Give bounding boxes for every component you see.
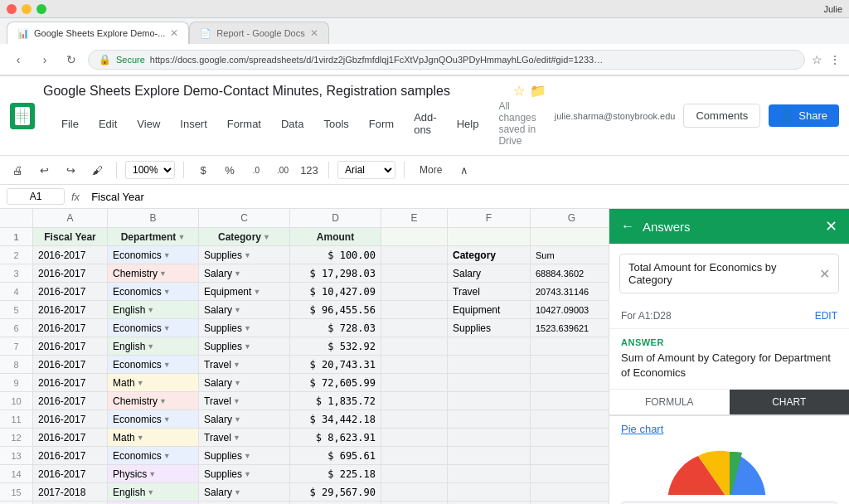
star-icon[interactable]: ☆ (513, 83, 525, 99)
cell-amount[interactable]: $ 1,835.72 (290, 392, 381, 410)
cell-amount[interactable]: $ 72,605.99 (290, 374, 381, 391)
cell-fiscal-year[interactable]: 2016-2017 (33, 356, 108, 373)
cell-category[interactable]: Salary▼ (199, 264, 290, 282)
print-button[interactable]: 🖨 (7, 159, 28, 181)
zoom-select[interactable]: 100% (125, 161, 175, 179)
redo-button[interactable]: ↪ (60, 159, 81, 181)
cell-amount[interactable]: $ 100.00 (290, 246, 381, 264)
cell-category[interactable]: Salary▼ (199, 483, 290, 501)
formula-input[interactable] (86, 189, 842, 205)
cell-fiscal-year[interactable]: 2016-2017 (33, 246, 108, 264)
cell-1d[interactable]: Amount (290, 228, 381, 245)
close-btn[interactable] (7, 4, 17, 14)
cell-amount[interactable]: $ 10,427.09 (290, 283, 381, 300)
cell-reference[interactable] (7, 188, 65, 205)
maximize-btn[interactable] (36, 4, 46, 14)
address-bar[interactable]: 🔒 Secure https://docs.google.com/spreads… (88, 50, 805, 70)
undo-button[interactable]: ↩ (33, 159, 55, 181)
bookmark-icon[interactable]: ☆ (812, 53, 822, 66)
cell-department[interactable]: Math▼ (108, 374, 199, 391)
minimize-btn[interactable] (22, 4, 32, 14)
cell-amount[interactable]: $ 17,298.03 (290, 264, 381, 282)
cell-category[interactable]: Salary▼ (199, 374, 290, 391)
cell-fiscal-year[interactable]: 2016-2017 (33, 374, 108, 391)
format-num-button[interactable]: 123 (298, 159, 320, 181)
menu-help[interactable]: Help (449, 114, 488, 133)
cell-fiscal-year[interactable]: 2017-2018 (33, 483, 108, 501)
tab-docs[interactable]: 📄 Report - Google Docs ✕ (189, 22, 328, 44)
reload-button[interactable]: ↻ (61, 50, 81, 70)
cell-amount[interactable]: $ 225.18 (290, 465, 381, 482)
edit-link[interactable]: EDIT (815, 310, 837, 322)
chart-tab[interactable]: CHART (730, 390, 850, 414)
currency-button[interactable]: $ (192, 159, 214, 181)
cell-amount[interactable]: $ 29,567.90 (290, 483, 381, 501)
cell-amount[interactable]: $ 728.03 (290, 319, 381, 337)
cell-amount[interactable]: $ 20,743.31 (290, 356, 381, 373)
cell-fiscal-year[interactable]: 2016-2017 (33, 429, 108, 446)
cell-department[interactable]: English▼ (108, 483, 199, 501)
cell-category[interactable]: Salary▼ (199, 301, 290, 318)
cell-category[interactable]: Travel▼ (199, 356, 290, 373)
formula-tab[interactable]: FORMULA (609, 390, 730, 414)
cell-department[interactable]: Economics▼ (108, 246, 199, 264)
cell-amount[interactable]: $ 695.61 (290, 447, 381, 464)
cell-fiscal-year[interactable]: 2016-2017 (33, 264, 108, 282)
menu-file[interactable]: File (53, 114, 87, 133)
settings-icon[interactable]: ⋮ (829, 53, 841, 66)
panel-back-button[interactable]: ← (621, 219, 634, 234)
pie-chart-link[interactable]: Pie chart (621, 423, 837, 435)
cell-amount[interactable]: $ 34,442.18 (290, 410, 381, 428)
cell-1a[interactable]: Fiscal Year (33, 228, 108, 245)
cell-department[interactable]: Physics▼ (108, 465, 199, 482)
query-clear-button[interactable]: ✕ (819, 266, 830, 282)
cell-department[interactable]: English▼ (108, 337, 199, 355)
decrease-decimal-button[interactable]: .0 (245, 159, 267, 181)
cell-fiscal-year[interactable]: 2016-2017 (33, 319, 108, 337)
cell-category[interactable]: Travel▼ (199, 429, 290, 446)
cell-category[interactable]: Supplies▼ (199, 447, 290, 464)
menu-data[interactable]: Data (273, 114, 312, 133)
cell-department[interactable]: Economics▼ (108, 447, 199, 464)
menu-form[interactable]: Form (361, 114, 402, 133)
cell-category[interactable]: Supplies▼ (199, 246, 290, 264)
cell-department[interactable]: Math▼ (108, 429, 199, 446)
paint-format-button[interactable]: 🖌 (86, 159, 108, 181)
cell-department[interactable]: Economics▼ (108, 410, 199, 428)
more-button[interactable]: More (413, 162, 449, 177)
cell-amount[interactable]: $ 96,455.56 (290, 301, 381, 318)
tab-sheets-close[interactable]: ✕ (170, 27, 178, 39)
cell-fiscal-year[interactable]: 2016-2017 (33, 410, 108, 428)
folder-icon[interactable]: 📁 (530, 83, 546, 99)
cell-fiscal-year[interactable]: 2016-2017 (33, 283, 108, 300)
cell-1c[interactable]: Category ▼ (199, 228, 290, 245)
font-select[interactable]: Arial (337, 161, 395, 179)
forward-button[interactable]: › (35, 50, 55, 70)
cell-fiscal-year[interactable]: 2016-2017 (33, 337, 108, 355)
cell-category[interactable]: Salary▼ (199, 410, 290, 428)
cell-department[interactable]: Chemistry▼ (108, 392, 199, 410)
cell-department[interactable]: English▼ (108, 301, 199, 318)
cell-category[interactable]: Supplies▼ (199, 319, 290, 337)
menu-view[interactable]: View (129, 114, 168, 133)
cell-amount[interactable]: $ 532.92 (290, 337, 381, 355)
back-button[interactable]: ‹ (8, 50, 28, 70)
cell-amount[interactable]: $ 8,623.91 (290, 429, 381, 446)
cell-fiscal-year[interactable]: 2016-2017 (33, 465, 108, 482)
share-button[interactable]: 👤 Share (769, 104, 839, 127)
cell-category[interactable]: Supplies▼ (199, 465, 290, 482)
panel-close-button[interactable]: ✕ (825, 217, 837, 235)
menu-edit[interactable]: Edit (90, 114, 125, 133)
increase-decimal-button[interactable]: .00 (272, 159, 294, 181)
collapse-button[interactable]: ∧ (454, 159, 475, 181)
cell-category[interactable]: Travel▼ (199, 392, 290, 410)
cell-fiscal-year[interactable]: 2016-2017 (33, 447, 108, 464)
tab-sheets[interactable]: 📊 Google Sheets Explore Demo-... ✕ (7, 22, 189, 44)
comments-button[interactable]: Comments (683, 104, 760, 128)
cell-category[interactable]: Equipment▼ (199, 283, 290, 300)
cell-fiscal-year[interactable]: 2016-2017 (33, 301, 108, 318)
cell-department[interactable]: Economics▼ (108, 319, 199, 337)
menu-insert[interactable]: Insert (172, 114, 216, 133)
cell-department[interactable]: Economics▼ (108, 283, 199, 300)
menu-format[interactable]: Format (219, 114, 269, 133)
